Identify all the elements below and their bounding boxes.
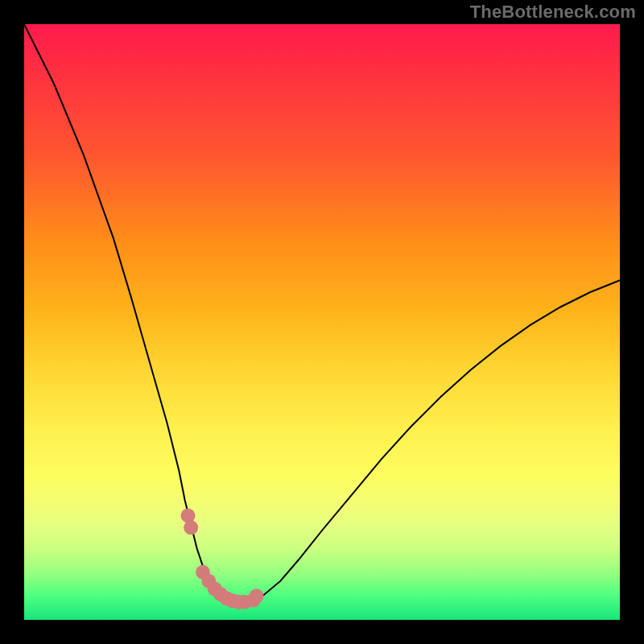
bottleneck-curve-path bbox=[24, 24, 620, 602]
highlight-dots-group bbox=[181, 509, 264, 609]
highlight-dot bbox=[208, 582, 222, 597]
plot-area bbox=[24, 24, 620, 620]
highlight-dot bbox=[213, 587, 228, 601]
highlight-dot bbox=[181, 509, 196, 523]
highlight-dot bbox=[201, 574, 216, 588]
watermark-text: TheBottleneck.com bbox=[470, 2, 636, 23]
highlight-dot bbox=[246, 593, 261, 608]
highlight-dot bbox=[237, 595, 252, 609]
curve-svg bbox=[24, 24, 620, 620]
highlight-dot bbox=[250, 588, 264, 603]
highlight-dot bbox=[225, 593, 240, 608]
highlight-dot bbox=[184, 520, 198, 535]
chart-stage: TheBottleneck.com bbox=[0, 0, 644, 644]
highlight-dot bbox=[220, 591, 234, 605]
highlight-dot bbox=[231, 595, 246, 609]
highlight-dot bbox=[196, 565, 210, 580]
